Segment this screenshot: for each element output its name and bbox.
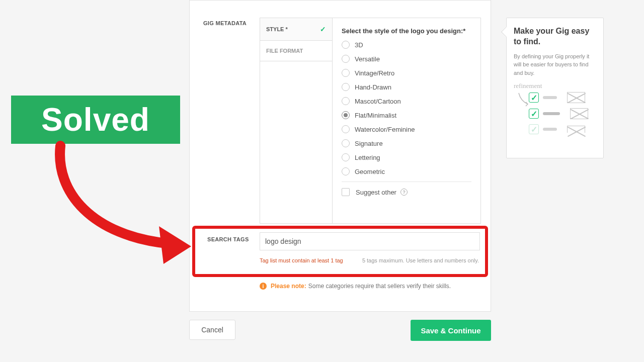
radio-icon[interactable] — [342, 97, 350, 105]
radio-icon[interactable] — [342, 125, 350, 133]
style-option-label: Watercolor/Feminine — [355, 126, 415, 133]
tab-style-label: STYLE * — [266, 26, 288, 32]
suggest-other-checkbox[interactable] — [342, 188, 350, 196]
style-option[interactable]: 3D — [342, 41, 471, 49]
tip-refinement-label: refinement — [514, 82, 596, 90]
style-option[interactable]: Lettering — [342, 153, 471, 161]
search-tags-heading: SEARCH TAGS — [207, 236, 249, 242]
search-tags-input[interactable] — [260, 232, 480, 250]
tab-file-format[interactable]: FILE FORMAT — [260, 41, 332, 61]
note-text: Some categories require that sellers ver… — [308, 283, 451, 290]
suggest-other-label: Suggest other — [356, 189, 396, 196]
search-tags-hint: 5 tags maximum. Use letters and numbers … — [362, 257, 479, 263]
tab-style[interactable]: STYLE * ✓ — [260, 18, 332, 41]
style-option-label: Vintage/Retro — [355, 69, 394, 77]
search-tags-error: Tag list must contain at least 1 tag — [260, 257, 343, 263]
radio-icon[interactable] — [342, 83, 350, 91]
solved-badge: Solved — [11, 96, 180, 144]
radio-icon[interactable] — [342, 111, 350, 119]
info-icon: i — [260, 283, 267, 290]
tip-graphic: ✓ ✓ ✓ — [514, 92, 596, 147]
suggest-other-row[interactable]: Suggest other ? — [342, 188, 471, 196]
style-option-label: Signature — [355, 140, 383, 147]
tip-title: Make your Gig easy to find. — [514, 26, 596, 47]
style-option-label: Lettering — [355, 154, 380, 161]
red-arrow-icon — [40, 141, 196, 272]
note-label: Please note: — [271, 283, 306, 290]
tip-card: Make your Gig easy to find. By defining … — [506, 18, 604, 158]
style-option-label: Versatile — [355, 55, 380, 63]
radio-icon[interactable] — [342, 153, 350, 161]
style-option-label: Geometric — [355, 168, 385, 175]
style-option[interactable]: Vintage/Retro — [342, 69, 471, 77]
style-option[interactable]: Versatile — [342, 55, 471, 63]
metadata-content: Select the style of the logo you design:… — [333, 18, 480, 223]
gig-metadata-heading: GIG METADATA — [203, 20, 247, 26]
curved-arrow-icon — [517, 92, 532, 107]
style-option[interactable]: Watercolor/Feminine — [342, 125, 471, 133]
tab-file-format-label: FILE FORMAT — [266, 48, 303, 54]
please-note-row: i Please note: Some categories require t… — [260, 283, 451, 290]
style-option[interactable]: Hand-Drawn — [342, 83, 471, 91]
style-option-label: 3D — [355, 41, 363, 49]
style-option-label: Flat/Minimalist — [355, 112, 396, 119]
radio-icon[interactable] — [342, 167, 350, 175]
checkmark-icon: ✓ — [320, 25, 326, 33]
style-option-label: Mascot/Cartoon — [355, 98, 401, 105]
style-option[interactable]: Signature — [342, 139, 471, 147]
tip-body: By defining your Gig properly it will be… — [514, 52, 596, 77]
help-icon[interactable]: ? — [400, 189, 408, 196]
style-option-label: Hand-Drawn — [355, 83, 391, 91]
style-option[interactable]: Geometric — [342, 167, 471, 175]
save-continue-button[interactable]: Save & Continue — [411, 320, 491, 341]
metadata-tabs: STYLE * ✓ FILE FORMAT — [260, 18, 333, 223]
radio-icon[interactable] — [342, 139, 350, 147]
radio-icon[interactable] — [342, 41, 350, 49]
radio-icon[interactable] — [342, 55, 350, 63]
radio-icon[interactable] — [342, 69, 350, 77]
svg-marker-0 — [159, 226, 191, 264]
style-prompt: Select the style of the logo you design:… — [342, 27, 471, 35]
divider — [342, 182, 471, 182]
style-option[interactable]: Flat/Minimalist — [342, 111, 471, 119]
metadata-panel: STYLE * ✓ FILE FORMAT Select the style o… — [260, 18, 481, 224]
cancel-button[interactable]: Cancel — [189, 320, 235, 340]
style-option[interactable]: Mascot/Cartoon — [342, 97, 471, 105]
